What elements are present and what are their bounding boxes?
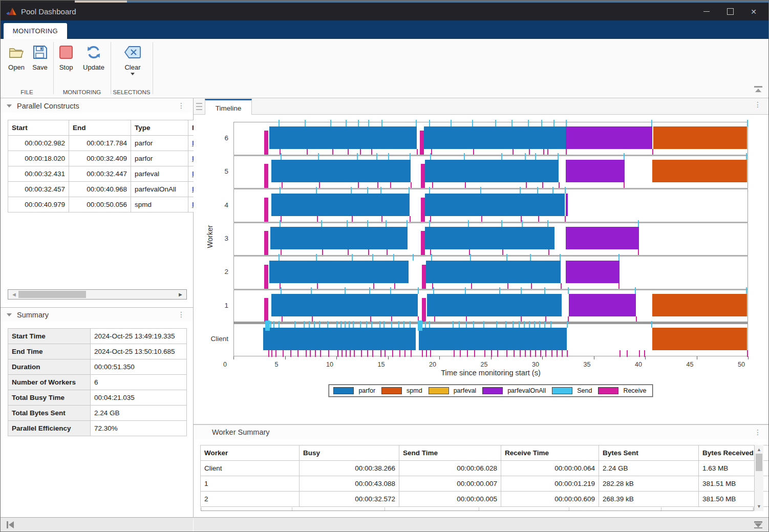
timeline-bar-parfevalOnAll[interactable]	[566, 227, 639, 249]
receive-burst	[264, 164, 268, 189]
update-button[interactable]: Update	[79, 43, 109, 71]
receive-burst	[420, 131, 424, 156]
timeline-bar-parfor[interactable]	[424, 126, 566, 149]
timeline-bar-parfor[interactable]	[271, 294, 417, 316]
x-tick-label: 20	[429, 361, 450, 368]
tab-monitoring[interactable]: MONITORING	[4, 23, 67, 39]
table-row[interactable]: 00:00:32.43100:00:32.447parfeval Live	[8, 166, 218, 182]
y-tick-label: 6	[198, 134, 228, 143]
timeline-bar-parfor[interactable]	[425, 194, 565, 216]
timeline-bar-parfevalOnAll[interactable]	[566, 261, 620, 283]
timeline-bar-parfor[interactable]	[271, 160, 410, 182]
send-tick	[330, 120, 331, 126]
table-row[interactable]: Client00:00:38.26600:00:06.028 00:00:00.…	[201, 461, 769, 476]
collapse-panel-icon[interactable]	[7, 313, 12, 316]
timeline-bar-spmd[interactable]	[653, 126, 747, 149]
receive-tick	[562, 350, 563, 357]
timeline-bar-parfor[interactable]	[425, 160, 559, 182]
table-row[interactable]: 200:00:32.57200:00:00.005 00:00:00.60926…	[201, 492, 769, 507]
save-button[interactable]: Save	[25, 43, 55, 71]
timeline-bar-parfor[interactable]	[270, 227, 407, 249]
timeline-bar-spmd[interactable]	[652, 328, 747, 350]
worker-summary-header: Worker Summary ⋮	[194, 424, 769, 439]
table-row[interactable]: 00:00:40.97900:00:50.056spmd Live	[8, 197, 218, 212]
x-tick	[233, 356, 234, 359]
legend-label: parfor	[358, 387, 375, 394]
timeline-bar-spmd[interactable]	[652, 294, 747, 316]
tab-timeline[interactable]: Timeline	[205, 99, 252, 116]
collapse-ribbon-icon[interactable]	[753, 85, 764, 94]
receive-burst	[422, 265, 426, 290]
table-row[interactable]: 100:00:43.08800:00:00.007 00:00:01.21928…	[201, 476, 769, 492]
send-tick	[466, 321, 467, 328]
column-header: Busy	[300, 445, 399, 461]
close-button[interactable]: ✕	[742, 3, 765, 20]
timeline-bar-parfor[interactable]	[271, 194, 409, 216]
column-header: Start	[8, 120, 69, 136]
timeline-bar-parfor[interactable]	[419, 328, 567, 350]
timeline-bar-parfevalOnAll[interactable]	[566, 194, 568, 216]
legend-swatch-spmd	[381, 387, 402, 394]
receive-tick	[346, 350, 347, 357]
timeline-bar-parfor[interactable]	[426, 261, 561, 283]
summary-value: 2024-Oct-25 13:50:10.685	[91, 344, 187, 359]
send-tick	[483, 321, 484, 328]
clear-button[interactable]: Clear	[118, 43, 147, 75]
collapse-panel-icon[interactable]	[7, 104, 12, 108]
send-tick	[279, 254, 280, 261]
scroll-up-icon[interactable]: ▲	[755, 447, 763, 452]
x-tick-label: 50	[738, 361, 758, 368]
timeline-bar-parfevalOnAll[interactable]	[569, 294, 636, 316]
timeline-bar-parfor[interactable]	[427, 294, 562, 316]
scrollbar-thumb[interactable]	[18, 291, 86, 298]
receive-tick	[411, 350, 412, 357]
timeline-bar-parfor[interactable]	[269, 261, 408, 283]
send-tick	[430, 153, 431, 160]
summary-value: 72.30%	[91, 421, 187, 436]
panel-menu-icon[interactable]: ⋮	[754, 431, 761, 434]
send-tick	[416, 120, 417, 126]
maximize-button[interactable]	[718, 3, 742, 20]
receive-tick	[460, 350, 461, 357]
send-tick	[495, 120, 496, 126]
send-tick	[544, 287, 545, 294]
panel-menu-icon[interactable]: ⋮	[754, 103, 761, 106]
receive-burst	[421, 164, 425, 189]
vertical-scrollbar[interactable]: ▲ ▼	[754, 445, 763, 511]
horizontal-scrollbar[interactable]: ◄ ►	[8, 289, 187, 300]
legend-swatch-parfor	[333, 387, 354, 394]
table-row[interactable]: 00:00:02.98200:00:17.784parfor Live	[8, 136, 218, 151]
panel-menu-icon[interactable]: ⋮	[178, 313, 185, 316]
timeline-bar-parfor[interactable]	[269, 126, 416, 149]
timeline-bar-parfevalOnAll[interactable]	[566, 160, 625, 182]
stop-button[interactable]: Stop	[51, 43, 81, 71]
left-statusbar	[1, 517, 193, 532]
send-tick	[480, 187, 481, 194]
receive-tick	[275, 350, 276, 357]
panel-menu-icon[interactable]: ⋮	[178, 104, 185, 107]
parallel-constructs-table[interactable]: StartEndTypeFunc 00:00:02.98200:00:17.78…	[8, 120, 218, 212]
timeline-bar-spmd[interactable]	[652, 160, 747, 182]
x-tick-label: 40	[635, 361, 655, 368]
send-tick	[305, 120, 306, 126]
collapse-left-icon[interactable]	[6, 521, 15, 529]
timeline-bar-parfor[interactable]	[263, 328, 415, 350]
collapse-down-icon[interactable]	[753, 520, 762, 528]
table-row[interactable]: 00:00:18.02000:00:32.409parfor Live	[8, 151, 218, 166]
scroll-down-icon[interactable]: ▼	[755, 504, 763, 509]
timeline-bar-parfevalOnAll[interactable]	[566, 126, 652, 149]
x-axis-title: Time since monitoring start (s)	[233, 369, 748, 377]
chevron-down-icon[interactable]	[131, 73, 135, 75]
stop-icon	[59, 43, 73, 61]
receive-tick	[271, 350, 272, 357]
minimize-button[interactable]	[695, 3, 718, 20]
scroll-left-icon[interactable]: ◄	[11, 291, 17, 297]
table-row[interactable]: 00:00:32.45700:00:40.968parfevalOnAll Li…	[8, 182, 218, 197]
drag-handle-icon[interactable]	[196, 103, 202, 110]
worker-summary-table[interactable]: WorkerBusySend TimeReceive TimeBytes Sen…	[200, 445, 769, 507]
send-tick	[294, 321, 295, 328]
scrollbar-thumb[interactable]	[756, 454, 762, 471]
scroll-right-icon[interactable]: ►	[178, 291, 183, 297]
send-tick	[635, 287, 636, 294]
timeline-bar-parfor[interactable]	[425, 227, 554, 249]
